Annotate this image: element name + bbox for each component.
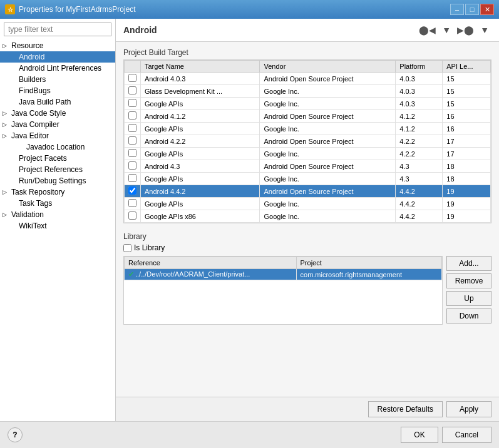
target-checkbox[interactable]: [128, 86, 136, 94]
add-button[interactable]: Add...: [446, 256, 491, 271]
target-checkbox-cell[interactable]: [125, 198, 141, 210]
title-bar-buttons: – □ ✕: [450, 4, 494, 15]
table-row[interactable]: Google APIs Google Inc. 4.3 18: [125, 173, 491, 185]
table-row[interactable]: Android 4.1.2 Android Open Source Projec…: [125, 110, 491, 123]
sidebar-item-validation[interactable]: ▷ Validation: [0, 209, 115, 220]
sidebar-item-android-lint[interactable]: Android Lint Preferences: [0, 63, 115, 74]
table-row[interactable]: Google APIs Google Inc. 4.2.2 17: [125, 148, 491, 160]
nav-back-button[interactable]: ⬤◀: [416, 24, 438, 36]
target-checkbox[interactable]: [128, 111, 136, 120]
sidebar-item-java-editor[interactable]: ▷ Java Editor: [0, 130, 115, 141]
cancel-button[interactable]: Cancel: [442, 427, 491, 443]
nav-forward-button[interactable]: ▶⬤: [455, 24, 476, 36]
col-api: API Le...: [443, 61, 491, 73]
target-checkbox-cell[interactable]: [125, 110, 141, 123]
target-checkbox-cell[interactable]: [125, 85, 141, 98]
target-checkbox-cell[interactable]: [125, 135, 141, 148]
filter-input[interactable]: [4, 23, 111, 36]
apply-button[interactable]: Apply: [446, 401, 491, 417]
target-api: 17: [443, 135, 491, 148]
help-button[interactable]: ?: [8, 427, 23, 442]
target-checkbox-cell[interactable]: [125, 123, 141, 135]
target-vendor: Google Inc.: [260, 85, 396, 98]
target-name: Android 4.1.2: [141, 110, 260, 123]
table-row[interactable]: Google APIs Google Inc. 4.0.3 15: [125, 98, 491, 110]
list-item[interactable]: ✔../../Dev/root/AADRAM_Client/privat... …: [125, 269, 442, 280]
target-checkbox[interactable]: [128, 136, 136, 145]
target-checkbox[interactable]: [128, 99, 136, 107]
sidebar-item-label-task-tags: Task Tags: [19, 199, 52, 208]
target-name: Google APIs: [141, 173, 260, 185]
sidebar-item-java-compiler[interactable]: ▷ Java Compiler: [0, 119, 115, 130]
close-button[interactable]: ✕: [480, 4, 494, 15]
sidebar-item-android[interactable]: Android: [0, 51, 115, 63]
target-vendor: Google Inc.: [260, 173, 396, 185]
target-checkbox[interactable]: [128, 199, 136, 207]
target-checkbox-cell[interactable]: [125, 173, 141, 185]
target-platform: 4.4.2: [396, 210, 443, 223]
restore-defaults-button[interactable]: Restore Defaults: [368, 401, 443, 417]
sidebar-item-project-facets[interactable]: Project Facets: [0, 153, 115, 164]
sidebar-item-findbugs[interactable]: FindBugs: [0, 85, 115, 96]
expand-arrow-java-compiler: ▷: [3, 121, 9, 128]
target-checkbox-cell[interactable]: [125, 160, 141, 173]
target-api: 16: [443, 110, 491, 123]
nav-buttons: ⬤◀ ▼ ▶⬤ ▼: [416, 24, 491, 36]
sidebar-item-task-tags[interactable]: Task Tags: [0, 198, 115, 209]
sidebar-item-wikitext[interactable]: WikiText: [0, 220, 115, 232]
bottom-bar: Restore Defaults Apply: [116, 397, 499, 421]
sidebar-item-resource[interactable]: ▷ Resource: [0, 40, 115, 51]
nav-dropdown-button[interactable]: ▼: [440, 24, 453, 36]
action-buttons-bar: ? OK Cancel: [0, 421, 499, 448]
target-checkbox[interactable]: [128, 186, 136, 195]
sidebar-item-label-findbugs: FindBugs: [19, 86, 51, 95]
nav-forward-dropdown-button[interactable]: ▼: [478, 24, 491, 36]
target-checkbox-cell[interactable]: [125, 73, 141, 85]
window-title: Properties for MyFirstAdrmsProject: [19, 5, 136, 14]
is-library-row: Is Library: [123, 243, 491, 252]
target-checkbox-cell[interactable]: [125, 185, 141, 198]
table-row[interactable]: Android 4.4.2 Android Open Source Projec…: [125, 185, 491, 198]
target-checkbox-cell[interactable]: [125, 148, 141, 160]
target-checkbox[interactable]: [128, 74, 136, 82]
sidebar-item-java-code-style[interactable]: ▷ Java Code Style: [0, 108, 115, 119]
sidebar-item-run-debug-settings[interactable]: Run/Debug Settings: [0, 175, 115, 186]
sidebar-item-task-repository[interactable]: ▷ Task Repository: [0, 186, 115, 198]
sidebar-item-java-build-path[interactable]: Java Build Path: [0, 96, 115, 108]
sidebar-item-label-android: Android: [19, 53, 44, 61]
down-button[interactable]: Down: [446, 308, 491, 323]
panel-title: Android: [123, 25, 157, 35]
build-target-label: Project Build Target: [123, 48, 491, 57]
minimize-button[interactable]: –: [450, 4, 464, 15]
maximize-button[interactable]: □: [465, 4, 479, 15]
sidebar-item-builders[interactable]: Builders: [0, 74, 115, 85]
table-row[interactable]: Android 4.0.3 Android Open Source Projec…: [125, 73, 491, 85]
is-library-label[interactable]: Is Library: [134, 243, 165, 252]
sidebar-item-project-references[interactable]: Project References: [0, 164, 115, 175]
table-row[interactable]: Google APIs Google Inc. 4.1.2 16: [125, 123, 491, 135]
table-row[interactable]: Google APIs Google Inc. 4.4.2 19: [125, 198, 491, 210]
target-checkbox[interactable]: [128, 211, 136, 220]
table-row[interactable]: Android 4.3 Android Open Source Project …: [125, 160, 491, 173]
target-checkbox[interactable]: [128, 124, 136, 132]
remove-button[interactable]: Remove: [446, 273, 491, 288]
target-name: Glass Development Kit ...: [141, 85, 260, 98]
table-row[interactable]: Android 4.2.2 Android Open Source Projec…: [125, 135, 491, 148]
target-vendor: Google Inc.: [260, 198, 396, 210]
table-row[interactable]: Glass Development Kit ... Google Inc. 4.…: [125, 85, 491, 98]
target-checkbox-cell[interactable]: [125, 98, 141, 110]
up-button[interactable]: Up: [446, 291, 491, 306]
ok-button[interactable]: OK: [401, 427, 438, 443]
table-row[interactable]: Google APIs x86 Google Inc. 4.4.2 19: [125, 210, 491, 223]
target-checkbox[interactable]: [128, 174, 136, 182]
target-vendor: Google Inc.: [260, 210, 396, 223]
target-platform: 4.2.2: [396, 148, 443, 160]
is-library-checkbox[interactable]: [123, 244, 131, 252]
target-api: 15: [443, 85, 491, 98]
panel-header: Android ⬤◀ ▼ ▶⬤ ▼: [116, 19, 499, 42]
target-checkbox[interactable]: [128, 161, 136, 170]
target-checkbox[interactable]: [128, 149, 136, 157]
target-checkbox-cell[interactable]: [125, 210, 141, 223]
sidebar-item-javadoc-location[interactable]: Javadoc Location: [0, 141, 115, 153]
target-name: Android 4.4.2: [141, 185, 260, 198]
